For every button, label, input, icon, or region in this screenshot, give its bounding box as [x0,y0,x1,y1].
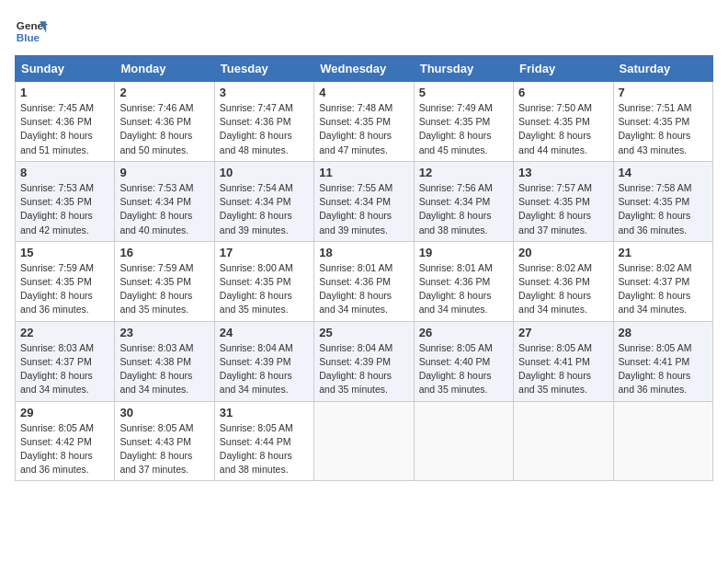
day-number: 29 [20,406,109,419]
day-number: 22 [20,326,109,339]
day-detail: Sunrise: 8:05 AMSunset: 4:42 PMDaylight:… [20,422,94,476]
day-number: 25 [319,326,408,339]
weekday-header-cell: Monday [115,56,214,82]
day-number: 8 [20,166,109,179]
calendar-day-cell: 9Sunrise: 7:53 AMSunset: 4:34 PMDaylight… [115,161,214,241]
header: General Blue [15,15,713,48]
calendar-day-cell: 14Sunrise: 7:58 AMSunset: 4:35 PMDayligh… [613,161,712,241]
day-detail: Sunrise: 7:56 AMSunset: 4:34 PMDaylight:… [419,182,493,236]
day-detail: Sunrise: 8:05 AMSunset: 4:40 PMDaylight:… [419,342,493,396]
day-number: 31 [220,406,309,419]
day-detail: Sunrise: 8:03 AMSunset: 4:38 PMDaylight:… [119,342,193,396]
day-number: 14 [619,166,708,179]
day-detail: Sunrise: 8:01 AMSunset: 4:36 PMDaylight:… [419,262,493,316]
day-detail: Sunrise: 8:00 AMSunset: 4:35 PMDaylight:… [220,262,293,316]
day-detail: Sunrise: 8:05 AMSunset: 4:43 PMDaylight:… [119,422,193,476]
day-number: 1 [20,86,109,99]
day-number: 3 [220,86,309,99]
calendar-day-cell [414,401,513,481]
day-detail: Sunrise: 8:02 AMSunset: 4:36 PMDaylight:… [518,262,592,316]
calendar-day-cell: 16Sunrise: 7:59 AMSunset: 4:35 PMDayligh… [115,241,214,321]
day-number: 6 [518,86,608,99]
calendar-day-cell: 21Sunrise: 8:02 AMSunset: 4:37 PMDayligh… [613,241,712,321]
day-detail: Sunrise: 7:53 AMSunset: 4:35 PMDaylight:… [20,182,94,236]
calendar-week-row: 1Sunrise: 7:45 AMSunset: 4:36 PMDaylight… [16,82,713,162]
calendar-day-cell: 19Sunrise: 8:01 AMSunset: 4:36 PMDayligh… [414,241,513,321]
calendar-day-cell [314,401,414,481]
calendar-table: SundayMondayTuesdayWednesdayThursdayFrid… [15,55,713,481]
calendar-day-cell: 26Sunrise: 8:05 AMSunset: 4:40 PMDayligh… [414,321,513,401]
calendar-day-cell: 22Sunrise: 8:03 AMSunset: 4:37 PMDayligh… [16,321,115,401]
calendar-day-cell: 7Sunrise: 7:51 AMSunset: 4:35 PMDaylight… [613,82,712,162]
calendar-day-cell: 2Sunrise: 7:46 AMSunset: 4:36 PMDaylight… [115,82,214,162]
weekday-header-cell: Wednesday [314,56,414,82]
day-number: 26 [419,326,508,339]
calendar-week-row: 8Sunrise: 7:53 AMSunset: 4:35 PMDaylight… [16,161,713,241]
day-detail: Sunrise: 7:49 AMSunset: 4:35 PMDaylight:… [419,102,493,155]
calendar-day-cell: 18Sunrise: 8:01 AMSunset: 4:36 PMDayligh… [314,241,414,321]
day-detail: Sunrise: 7:54 AMSunset: 4:34 PMDaylight:… [220,182,293,236]
calendar-day-cell: 5Sunrise: 7:49 AMSunset: 4:35 PMDaylight… [414,82,513,162]
calendar-day-cell: 15Sunrise: 7:59 AMSunset: 4:35 PMDayligh… [16,241,115,321]
weekday-header-cell: Tuesday [214,56,313,82]
calendar-day-cell: 1Sunrise: 7:45 AMSunset: 4:36 PMDaylight… [16,82,115,162]
calendar-week-row: 29Sunrise: 8:05 AMSunset: 4:42 PMDayligh… [16,401,713,481]
calendar-day-cell [613,401,712,481]
calendar-day-cell: 29Sunrise: 8:05 AMSunset: 4:42 PMDayligh… [16,401,115,481]
day-number: 2 [119,86,209,99]
day-detail: Sunrise: 7:50 AMSunset: 4:35 PMDaylight:… [518,102,592,155]
day-detail: Sunrise: 8:05 AMSunset: 4:41 PMDaylight:… [518,342,592,396]
calendar-body: 1Sunrise: 7:45 AMSunset: 4:36 PMDaylight… [16,82,713,481]
day-number: 27 [518,326,608,339]
calendar-day-cell: 31Sunrise: 8:05 AMSunset: 4:44 PMDayligh… [214,401,313,481]
logo-icon: General Blue [15,15,48,48]
day-detail: Sunrise: 7:55 AMSunset: 4:34 PMDaylight:… [319,182,392,236]
calendar-day-cell: 28Sunrise: 8:05 AMSunset: 4:41 PMDayligh… [613,321,712,401]
calendar-day-cell: 3Sunrise: 7:47 AMSunset: 4:36 PMDaylight… [214,82,313,162]
day-number: 12 [419,166,508,179]
svg-text:Blue: Blue [17,31,40,43]
day-number: 15 [20,246,109,259]
calendar-day-cell: 4Sunrise: 7:48 AMSunset: 4:35 PMDaylight… [314,82,414,162]
calendar-day-cell: 12Sunrise: 7:56 AMSunset: 4:34 PMDayligh… [414,161,513,241]
day-detail: Sunrise: 7:45 AMSunset: 4:36 PMDaylight:… [20,102,94,155]
calendar-day-cell: 17Sunrise: 8:00 AMSunset: 4:35 PMDayligh… [214,241,313,321]
day-number: 24 [220,326,309,339]
day-number: 17 [220,246,309,259]
calendar-day-cell: 27Sunrise: 8:05 AMSunset: 4:41 PMDayligh… [514,321,613,401]
calendar-day-cell: 8Sunrise: 7:53 AMSunset: 4:35 PMDaylight… [16,161,115,241]
day-detail: Sunrise: 7:47 AMSunset: 4:36 PMDaylight:… [220,102,293,155]
day-number: 16 [119,246,209,259]
day-detail: Sunrise: 7:59 AMSunset: 4:35 PMDaylight:… [20,262,94,316]
day-number: 30 [119,406,209,419]
calendar-day-cell: 24Sunrise: 8:04 AMSunset: 4:39 PMDayligh… [214,321,313,401]
day-number: 28 [619,326,708,339]
calendar-day-cell: 20Sunrise: 8:02 AMSunset: 4:36 PMDayligh… [514,241,613,321]
day-number: 23 [119,326,209,339]
day-detail: Sunrise: 7:59 AMSunset: 4:35 PMDaylight:… [119,262,193,316]
day-number: 7 [619,86,708,99]
day-number: 20 [518,246,608,259]
day-detail: Sunrise: 7:58 AMSunset: 4:35 PMDaylight:… [619,182,692,236]
day-detail: Sunrise: 8:05 AMSunset: 4:41 PMDaylight:… [619,342,692,396]
day-number: 9 [119,166,209,179]
calendar-day-cell: 6Sunrise: 7:50 AMSunset: 4:35 PMDaylight… [514,82,613,162]
day-detail: Sunrise: 7:48 AMSunset: 4:35 PMDaylight:… [319,102,392,155]
logo: General Blue [15,15,48,48]
day-number: 5 [419,86,508,99]
calendar-week-row: 15Sunrise: 7:59 AMSunset: 4:35 PMDayligh… [16,241,713,321]
day-number: 4 [319,86,408,99]
calendar-day-cell: 23Sunrise: 8:03 AMSunset: 4:38 PMDayligh… [115,321,214,401]
day-number: 18 [319,246,408,259]
day-detail: Sunrise: 7:46 AMSunset: 4:36 PMDaylight:… [119,102,193,155]
day-number: 21 [619,246,708,259]
weekday-header-cell: Sunday [16,56,115,82]
day-detail: Sunrise: 8:03 AMSunset: 4:37 PMDaylight:… [20,342,94,396]
calendar-day-cell: 25Sunrise: 8:04 AMSunset: 4:39 PMDayligh… [314,321,414,401]
calendar-week-row: 22Sunrise: 8:03 AMSunset: 4:37 PMDayligh… [16,321,713,401]
calendar-day-cell: 11Sunrise: 7:55 AMSunset: 4:34 PMDayligh… [314,161,414,241]
day-number: 13 [518,166,608,179]
day-number: 11 [319,166,408,179]
day-number: 19 [419,246,508,259]
day-detail: Sunrise: 7:57 AMSunset: 4:35 PMDaylight:… [518,182,592,236]
